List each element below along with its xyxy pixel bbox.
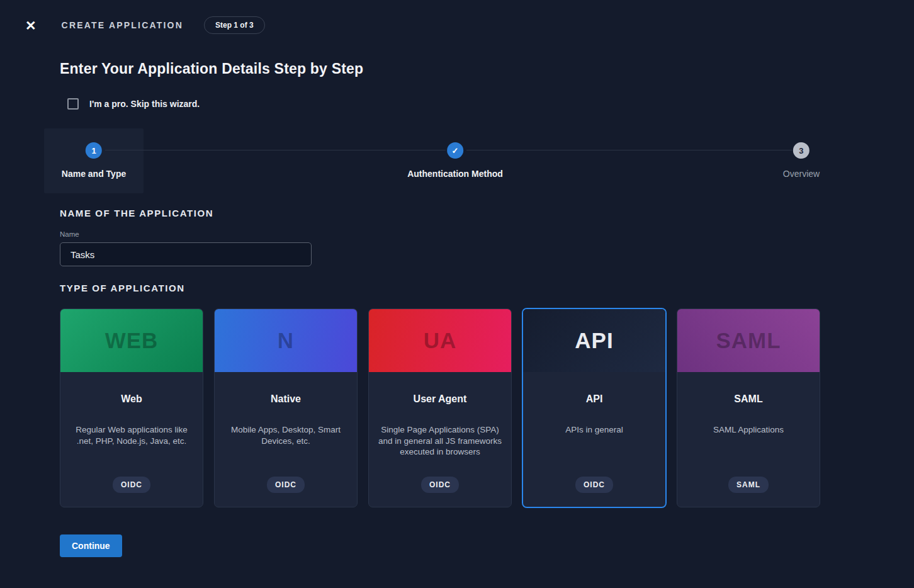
step-name-and-type[interactable]: 1 Name and Type (62, 142, 126, 179)
card-title: User Agent (378, 372, 502, 405)
step-authentication-method[interactable]: ✓ Authentication Method (407, 142, 503, 179)
step-3-indicator: 3 (793, 142, 810, 159)
protocol-badge: OIDC (267, 477, 305, 493)
name-section: NAME OF THE APPLICATION Name (60, 208, 914, 266)
card-api-banner: API (523, 309, 665, 372)
card-saml[interactable]: SAML SAML SAML Applications SAML (677, 308, 820, 507)
skip-wizard-checkbox[interactable] (67, 98, 79, 110)
card-saml-banner: SAML (677, 309, 820, 372)
card-description: APIs in general (532, 424, 657, 436)
card-title: Web (69, 372, 194, 405)
card-description: SAML Applications (686, 424, 811, 436)
wizard-stepper: 1 Name and Type ✓ Authentication Method … (0, 128, 914, 193)
step-1-label: Name and Type (62, 169, 126, 179)
card-title: API (532, 372, 657, 405)
wizard-topbar: ✕ CREATE APPLICATION Step 1 of 3 (0, 0, 914, 34)
type-section: TYPE OF APPLICATION WEB Web Regular Web … (60, 283, 914, 507)
card-web-banner: WEB (60, 309, 203, 372)
card-description: Mobile Apps, Desktop, Smart Devices, etc… (223, 424, 348, 446)
name-section-heading: NAME OF THE APPLICATION (60, 208, 914, 218)
name-field-label: Name (60, 230, 914, 238)
step-overview[interactable]: 3 Overview (783, 142, 820, 179)
card-description: Regular Web applications like .net, PHP,… (69, 424, 194, 446)
protocol-badge: OIDC (575, 477, 613, 493)
application-type-cards: WEB Web Regular Web applications like .n… (60, 308, 820, 507)
close-icon[interactable]: ✕ (23, 18, 39, 33)
card-user-agent[interactable]: UA User Agent Single Page Applications (… (368, 308, 512, 507)
application-name-input[interactable] (60, 242, 312, 266)
protocol-badge: OIDC (421, 477, 459, 493)
card-saml-body: SAML SAML Applications SAML (677, 372, 820, 507)
card-api[interactable]: API API APIs in general OIDC (522, 308, 666, 507)
card-api-body: API APIs in general OIDC (523, 372, 665, 507)
card-title: SAML (686, 372, 811, 405)
card-native[interactable]: N Native Mobile Apps, Desktop, Smart Dev… (214, 308, 358, 507)
protocol-badge: SAML (728, 477, 769, 493)
step-1-indicator: 1 (86, 142, 102, 159)
card-description: Single Page Applications (SPA) and in ge… (378, 424, 502, 458)
card-user-agent-body: User Agent Single Page Applications (SPA… (369, 372, 511, 507)
page-title: Enter Your Application Details Step by S… (60, 60, 914, 77)
card-web[interactable]: WEB Web Regular Web applications like .n… (60, 308, 203, 507)
step-2-label: Authentication Method (407, 169, 503, 179)
card-web-body: Web Regular Web applications like .net, … (60, 372, 203, 507)
skip-wizard-label: I'm a pro. Skip this wizard. (89, 99, 200, 109)
stepper-connector (105, 150, 446, 150)
step-3-label: Overview (783, 169, 820, 179)
wizard-title: CREATE APPLICATION (62, 20, 183, 30)
stepper-connector (466, 150, 792, 150)
protocol-badge: OIDC (113, 477, 150, 493)
type-section-heading: TYPE OF APPLICATION (60, 283, 914, 293)
step-progress-badge: Step 1 of 3 (204, 16, 265, 34)
continue-button[interactable]: Continue (60, 534, 122, 557)
check-icon: ✓ (447, 142, 463, 159)
card-title: Native (223, 372, 348, 405)
card-user-agent-banner: UA (369, 309, 511, 372)
card-native-body: Native Mobile Apps, Desktop, Smart Devic… (215, 372, 357, 507)
card-native-banner: N (215, 309, 357, 372)
skip-wizard-row: I'm a pro. Skip this wizard. (60, 98, 914, 110)
